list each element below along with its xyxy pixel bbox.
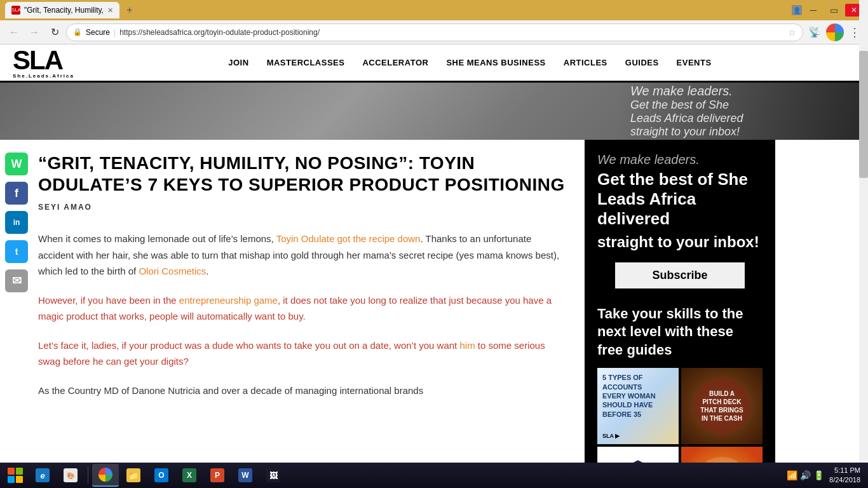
taskbar-right: 📶 🔊 🔋 5:11 PM 8/24/2018 xyxy=(787,466,865,485)
guide1-logo: SLA ▶ xyxy=(602,433,674,439)
taskbar-chrome[interactable] xyxy=(92,464,119,487)
maximize-button[interactable]: ▭ xyxy=(825,4,843,17)
nav-she-means-business[interactable]: SHE MEANS BUSINESS xyxy=(446,58,545,67)
page-content: SLA She.Leads.Africa JOIN MASTERCLASSES … xyxy=(0,44,859,488)
taskbar-paint[interactable]: 🎨 xyxy=(57,464,84,487)
file-explorer-icon: 📁 xyxy=(126,468,140,482)
toyin-link[interactable]: Toyin Odulate got the recipe down xyxy=(276,233,421,244)
hero-subtitle-1: Get the best of She xyxy=(630,98,846,112)
taskbar-time-display: 5:11 PM xyxy=(829,466,860,475)
nav-masterclasses[interactable]: MASTERCLASSES xyxy=(267,58,345,67)
hero-text-overlay: We make leaders. Get the best of She Lea… xyxy=(618,83,859,140)
guide2-title: BUILD A PITCH DECK THAT BRINGS IN THE CA… xyxy=(700,390,743,423)
entrepreneurship-link[interactable]: entrepreneurship game xyxy=(179,295,278,306)
url-separator: | xyxy=(114,28,116,37)
refresh-button[interactable]: ↻ xyxy=(46,24,64,41)
taskbar-date-display: 8/24/2018 xyxy=(829,475,860,485)
taskbar-clock[interactable]: 5:11 PM 8/24/2018 xyxy=(829,466,860,485)
bookmark-icon[interactable]: ☆ xyxy=(788,27,796,37)
newsletter-subtitle: Get the best of She Leads Africa deliver… xyxy=(597,170,763,229)
forward-button[interactable]: → xyxy=(25,24,43,41)
taskbar: e 🎨 📁 O X P W 🖼 📶 🔊 🔋 5:11 PM 8/24/2018 xyxy=(0,463,868,488)
linkedin-share-button[interactable]: in xyxy=(5,211,28,234)
facebook-share-button[interactable]: f xyxy=(5,182,28,205)
article-content: “GRIT, TENACITY, HUMILITY, NO POSING”: T… xyxy=(32,140,585,488)
tab-close-button[interactable]: ✕ xyxy=(107,6,113,15)
secure-icon: 🔒 xyxy=(73,28,82,36)
whatsapp-share-button[interactable]: W xyxy=(5,152,28,175)
guide-card-accounts[interactable]: 5 TYPES OFACCOUNTSEVERY WOMANSHOULD HAVE… xyxy=(597,368,679,444)
logo-text: SLA xyxy=(13,47,74,74)
system-tray: 📶 🔊 🔋 xyxy=(787,470,824,480)
battery-icon[interactable]: 🔋 xyxy=(813,470,824,480)
cast-icon[interactable]: 📡 xyxy=(806,24,824,41)
nav-articles[interactable]: ARTICLES xyxy=(564,58,607,67)
scrollbar-thumb[interactable] xyxy=(859,51,868,178)
taskbar-powerpoint[interactable]: P xyxy=(204,464,231,487)
nav-join[interactable]: JOIN xyxy=(228,58,248,67)
minimize-button[interactable]: ─ xyxy=(804,4,822,17)
taskbar-outlook[interactable]: O xyxy=(148,464,175,487)
taskbar-ie[interactable]: e xyxy=(29,464,56,487)
newsletter-tagline: We make leaders. xyxy=(597,152,763,167)
logo-tagline: She.Leads.Africa xyxy=(13,74,74,79)
newsletter-end: straight to your inbox! xyxy=(597,233,763,251)
article-body: When it comes to making lemonade out of … xyxy=(38,231,566,398)
nav-guides[interactable]: GUIDES xyxy=(625,58,659,67)
twitter-share-button[interactable]: t xyxy=(5,240,28,263)
social-sidebar: W f in t ✉ xyxy=(0,140,32,488)
site-logo[interactable]: SLA She.Leads.Africa xyxy=(13,47,74,79)
main-layout: W f in t ✉ “GRIT, TENACITY, HUMILITY, NO… xyxy=(0,140,859,488)
nav-accelerator[interactable]: ACCELERATOR xyxy=(362,58,428,67)
outlook-icon: O xyxy=(154,468,168,482)
network-icon[interactable]: 📶 xyxy=(787,470,797,480)
guide1-title: 5 TYPES OFACCOUNTSEVERY WOMANSHOULD HAVE… xyxy=(602,373,674,418)
new-tab-button[interactable]: + xyxy=(122,3,137,18)
nav-events[interactable]: EVENTS xyxy=(677,58,712,67)
volume-icon[interactable]: 🔊 xyxy=(800,470,811,480)
browser-titlebar: SLA "Grit, Tenacity, Humility, ✕ + 👤 ─ ▭… xyxy=(0,0,868,20)
profile-button[interactable]: 👤 xyxy=(792,5,802,15)
hero-subtitle-3: straight to your inbox! xyxy=(630,125,846,139)
article-paragraph-4: As the Country MD of Danone Nutricia and… xyxy=(38,383,566,399)
guide-card-pitch-deck[interactable]: BUILD A PITCH DECK THAT BRINGS IN THE CA… xyxy=(681,368,763,444)
taskbar-photos[interactable]: 🖼 xyxy=(260,464,287,487)
taskbar-separator xyxy=(88,466,88,484)
right-sidebar: We make leaders. Get the best of She Lea… xyxy=(585,140,775,488)
taskbar-file-explorer[interactable]: 📁 xyxy=(120,464,147,487)
browser-controls: ← → ↻ 🔒 Secure | https://sheleadsafrica.… xyxy=(0,20,868,44)
article-paragraph-2: However, if you have been in the entrepr… xyxy=(38,292,566,325)
tab-favicon: SLA xyxy=(11,6,20,15)
excel-icon: X xyxy=(182,468,196,482)
article-author: SEYI AMAO xyxy=(38,203,566,212)
hero-banner: We make leaders. Get the best of She Lea… xyxy=(0,83,859,140)
article-paragraph-1: When it comes to making lemonade out of … xyxy=(38,231,566,280)
main-nav: JOIN MASTERCLASSES ACCELERATOR SHE MEANS… xyxy=(93,58,846,67)
email-share-button[interactable]: ✉ xyxy=(5,269,28,292)
olori-link[interactable]: Olori Cosmetics xyxy=(139,266,206,276)
guides-title: Take your skills to the next level with … xyxy=(597,305,763,360)
hero-tagline: We make leaders. xyxy=(630,84,846,98)
back-button[interactable]: ← xyxy=(5,24,23,41)
article-title: “GRIT, TENACITY, HUMILITY, NO POSING”: T… xyxy=(38,152,566,195)
word-icon: W xyxy=(238,468,252,482)
chrome-profile-icon[interactable] xyxy=(826,24,844,41)
secure-label: Secure xyxy=(86,28,110,37)
ie-icon: e xyxy=(36,468,50,482)
him-link[interactable]: him xyxy=(459,340,475,351)
address-bar[interactable]: 🔒 Secure | https://sheleadsafrica.org/to… xyxy=(66,24,803,41)
browser-tab[interactable]: SLA "Grit, Tenacity, Humility, ✕ xyxy=(5,2,119,18)
site-navigation: SLA She.Leads.Africa JOIN MASTERCLASSES … xyxy=(0,44,859,83)
scrollbar-track[interactable] xyxy=(859,0,868,488)
article-paragraph-3: Let’s face it, ladies, if your product w… xyxy=(38,337,566,370)
taskbar-excel[interactable]: X xyxy=(176,464,203,487)
hero-subtitle-2: Leads Africa delivered xyxy=(630,112,846,125)
url-text: https://sheleadsafrica.org/toyin-odulate… xyxy=(119,28,320,37)
subscribe-button[interactable]: Subscribe xyxy=(614,261,746,290)
browser-window: SLA "Grit, Tenacity, Humility, ✕ + 👤 ─ ▭… xyxy=(0,0,868,488)
start-button[interactable] xyxy=(3,464,28,487)
tab-title: "Grit, Tenacity, Humility, xyxy=(24,6,104,15)
guides-section: Take your skills to the next level with … xyxy=(597,305,763,488)
powerpoint-icon: P xyxy=(210,468,224,482)
taskbar-word[interactable]: W xyxy=(232,464,259,487)
